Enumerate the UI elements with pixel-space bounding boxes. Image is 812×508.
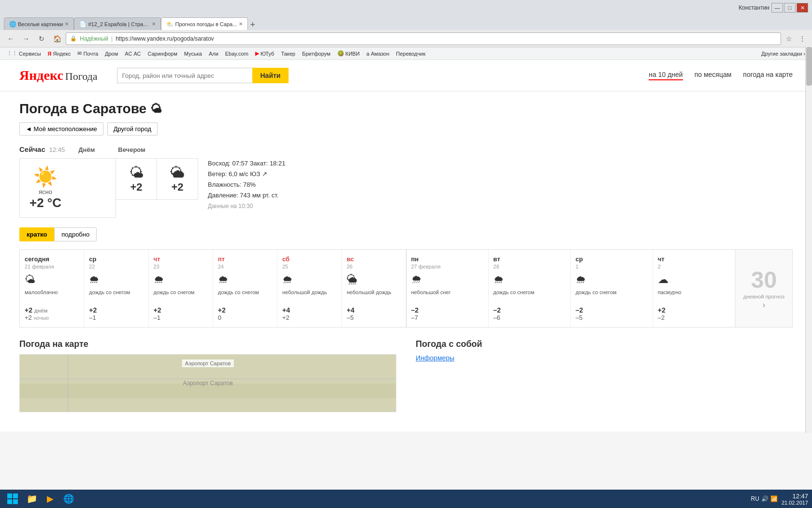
bookmark-pochta[interactable]: ✉ Почта [74,49,101,58]
temp-night-6: –7 [411,314,483,321]
reload-button[interactable]: ↻ [35,33,48,45]
temp-day-7: –2 [493,306,566,314]
day-name-8: ср [576,255,648,263]
bookmark-yandex[interactable]: Я Яндекс [45,50,74,58]
day-name-2: чт [154,255,208,263]
city-search-input[interactable] [117,68,252,83]
day-name-7: вт [493,255,566,263]
nav-10days[interactable]: на 10 дней [649,71,682,80]
bookmark-ali[interactable]: Али [206,50,221,58]
tab-close-3[interactable]: ✕ [239,21,243,27]
map-location-label: Аэропорт Саратов [182,359,234,367]
my-location-button[interactable]: ◄ Моё местоположение [19,122,103,135]
forecast-week1: сегодня 21 февраля 🌤 малооблачно +2 днём… [20,250,406,327]
bookmark-youtube[interactable]: ▶ ЮТуб [252,49,277,58]
bookmark-sarinform[interactable]: Саринформ [145,50,180,58]
sunrise-label: Восход: [208,160,232,167]
tab-close-1[interactable]: ✕ [65,21,69,27]
temp-day-2: +2 [154,306,208,314]
tab-3[interactable]: ⛅ Прогноз погоды в Сара... ✕ [161,17,248,30]
day-date-6: 27 февраля [411,264,483,269]
city-title: Погода в Саратове 🌤 [19,101,793,117]
day-date-1: 22 [89,264,143,269]
temp-night-5: –5 [347,314,401,321]
maximize-button[interactable]: □ [784,3,796,13]
tab-1[interactable]: 🌐 Веселые картинки ✕ [4,17,74,30]
pressure-value: 743 мм рт. ст. [240,192,278,199]
forecast-condition-8: дождь со снегом [576,289,648,302]
star-icon[interactable]: ☆ [783,33,795,45]
minimize-button[interactable]: — [771,3,783,13]
temp-night-2: –1 [154,314,208,321]
new-tab-button[interactable]: + [250,20,255,30]
mail-icon: ✉ [77,50,82,57]
search-box: Найти [117,68,289,83]
bookmark-britforum[interactable]: Бритфорум [299,50,334,58]
informers-link[interactable]: Информеры [416,354,454,362]
bookmark-apps[interactable]: ⋮⋮ Сервисы [4,49,44,58]
temp-day-6: –2 [411,306,483,314]
forecast-day-6: пн 27 февраля 🌨 небольшой снег –2 –7 [406,250,489,327]
tabs-bar: 🌐 Веселые картинки ✕ 📄 #12_2 Española | … [0,15,812,30]
search-button[interactable]: Найти [252,68,289,83]
forecast-day-7: вт 28 🌧 дождь со снегом –2 –6 [489,250,571,327]
bookmarks-bar: ⋮⋮ Сервисы Я Яндекс ✉ Почта Дром АС АС С… [0,47,812,60]
nav-bar: ← → ↻ 🏠 🔒 Надёжный | https://www.yandex.… [0,30,812,47]
day-name-1: ср [89,255,143,263]
forecast-condition-9: пасмурно [658,289,730,302]
wind-label: Ветер: [208,170,229,178]
bookmark-amazon[interactable]: a Амазон [363,50,392,58]
bookmark-muska[interactable]: Муська [181,50,205,58]
nav-months[interactable]: по месяцам [695,71,732,80]
nav-map[interactable]: погода на карте [743,71,793,80]
more-days-chevron[interactable]: › [762,300,765,310]
tab-close-2[interactable]: ✕ [152,21,156,27]
other-city-button[interactable]: Другой город [107,122,158,135]
back-button[interactable]: ← [4,33,17,45]
pressure-label: Давление: [208,192,240,199]
bookmark-translator[interactable]: Переводчик [393,50,428,58]
forecast-condition-1: дождь со снегом [89,289,143,302]
window-controls[interactable]: — □ ✕ [771,3,808,13]
day-date-7: 28 [493,264,566,269]
period-evening-label: Вечером [118,146,145,153]
temp-day-1: +2 [89,306,143,314]
temp-night-0: +2 ночью [25,314,79,321]
bookmark-kiwi[interactable]: 🥝 КИВИ [334,49,363,58]
tab-2[interactable]: 📄 #12_2 Española | Стран... ✕ [74,17,161,30]
view-tabs: кратко подробно [19,227,793,241]
temp-night-label-0: ночью [33,315,49,321]
tab-kratko[interactable]: кратко [19,227,54,241]
bookmark-ebay[interactable]: Ebay.com [222,50,251,58]
humidity-value: 78% [243,181,256,188]
forecast-day-9: чт 2 ☁ пасмурно +2 –2 [653,250,735,327]
bookmark-acs[interactable]: АС АС [122,50,144,58]
tab-podrobno[interactable]: подробно [54,227,97,241]
bookmark-other[interactable]: Другие закладки › [758,50,808,58]
day-date-2: 23 [154,264,208,269]
day-name-9: чт [658,255,730,263]
data-time-info: Данные на 10:30 [208,201,285,211]
current-weather-card: ☀️ ясно +2 °С [19,158,116,218]
scrollbar[interactable] [805,46,812,432]
tab-title-1: Веселые картинки [18,21,63,27]
temp-night-7: –6 [493,314,566,321]
address-bar[interactable]: 🔒 Надёжный | https://www.yandex.ru/pogod… [66,32,781,45]
bookmark-drom[interactable]: Дром [102,50,121,58]
temp-night-8: –5 [576,314,648,321]
home-button[interactable]: 🏠 [50,33,64,45]
forecast-icon-1: 🌧 [89,273,143,286]
scrollbar-thumb[interactable] [806,47,812,86]
location-buttons: ◄ Моё местоположение Другой город [19,122,793,135]
forward-button[interactable]: → [19,33,33,45]
close-button[interactable]: ✕ [797,3,808,13]
svg-text:Аэропорт Саратов: Аэропорт Саратов [183,380,232,387]
evening-temp: +2 [171,181,183,194]
data-time-value: 10:30 [238,203,253,209]
pressure-info: Давление: 743 мм рт. ст. [208,190,285,201]
menu-icon[interactable]: ⋮ [797,33,808,45]
forecast-day-8: ср 1 🌧 дождь со снегом –2 –5 [571,250,653,327]
amazon-icon: a [366,51,369,57]
bookmark-taker[interactable]: Такер [278,50,298,58]
map-placeholder[interactable]: Аэропорт Саратов Аэропорт Саратов [19,354,396,412]
